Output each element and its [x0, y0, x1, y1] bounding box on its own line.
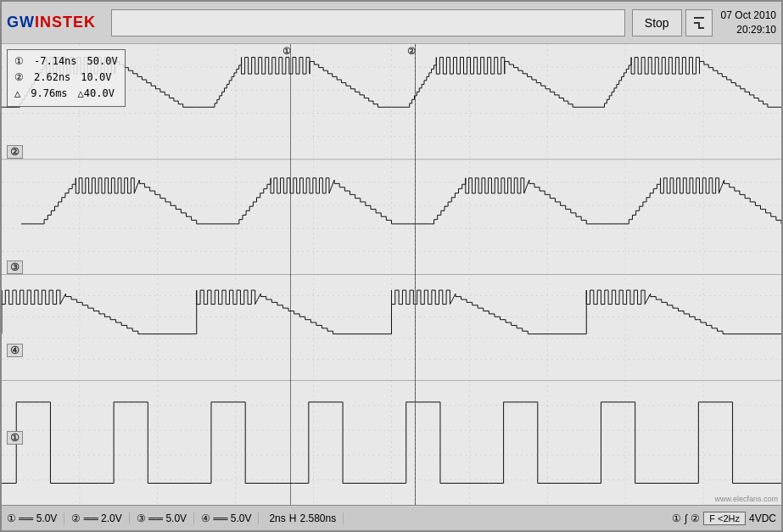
- cursor1-line: [290, 44, 291, 505]
- trig-icon: ∫: [685, 512, 687, 524]
- delta-label: △: [14, 86, 20, 102]
- cursor2-time: 2.62ns: [34, 70, 70, 86]
- cursor2-label: ②: [14, 70, 24, 86]
- ch2-setting: ② ══ 2.0V: [71, 512, 129, 524]
- ch1-label: ① ══ 5.0V: [7, 512, 57, 524]
- f-label: F: [709, 513, 715, 524]
- trigger-input-box: [111, 9, 625, 36]
- cursor2-line: [415, 44, 416, 505]
- freq-value: <2Hz: [718, 513, 740, 524]
- delta-volt: △40.0V: [78, 86, 115, 102]
- channel-marker-1: ①: [7, 431, 23, 445]
- channel-marker-3: ③: [7, 260, 23, 274]
- channel-marker-2: ②: [7, 145, 23, 159]
- volt-label: 4VDC: [749, 512, 776, 524]
- stop-button[interactable]: Stop: [632, 9, 682, 36]
- trigger-setting: ① ∫ ② F <2Hz 4VDC: [672, 512, 776, 525]
- ch1-setting: ① ══ 5.0V: [7, 512, 64, 524]
- cursor1-time: -7.14ns: [34, 53, 77, 70]
- cursor1-volt: 50.0V: [87, 53, 118, 70]
- h-value: 2.580ns: [299, 512, 336, 524]
- ch2-label: ② ══ 2.0V: [71, 512, 121, 524]
- logo: GWINSTEK: [7, 14, 96, 31]
- measurement-box: ① -7.14ns 50.0V ② 2.62ns 10.0V △ 9.76ms …: [7, 49, 126, 107]
- datetime-display: 07 Oct 2010 20:29:10: [721, 8, 776, 37]
- ch3-setting: ③ ══ 5.0V: [137, 512, 194, 524]
- top-bar: GWINSTEK Stop 07 Oct 2010 20:29:10: [2, 2, 781, 44]
- cursor2-volt: 10.0V: [81, 70, 111, 86]
- channel-marker-4: ④: [7, 344, 23, 357]
- timebase-value: 2ns: [269, 512, 285, 524]
- ch3-label: ③ ══ 5.0V: [137, 512, 187, 524]
- ch4-setting: ④ ══ 5.0V: [201, 512, 259, 524]
- bottom-bar: ① ══ 5.0V ② ══ 2.0V ③ ══ 5.0V ④ ══ 5.0V …: [2, 505, 781, 530]
- trig-ch-label: ①: [672, 512, 681, 524]
- h-label: H: [289, 512, 297, 524]
- run-mode-icon[interactable]: [685, 9, 713, 36]
- screen-area: ① -7.14ns 50.0V ② 2.62ns 10.0V △ 9.76ms …: [2, 44, 781, 505]
- cursor1-top-marker: ①: [282, 46, 291, 57]
- freq-box: F <2Hz: [703, 512, 746, 525]
- ch4-label: ④ ══ 5.0V: [201, 512, 251, 524]
- cursor1-label: ①: [14, 53, 24, 70]
- timebase-setting: 2ns H 2.580ns: [266, 512, 344, 524]
- cursor2-top-marker: ②: [407, 46, 416, 57]
- trig-ch2: ②: [691, 512, 700, 524]
- delta-time: 9.76ms: [31, 86, 67, 102]
- waveform-canvas: [2, 44, 781, 505]
